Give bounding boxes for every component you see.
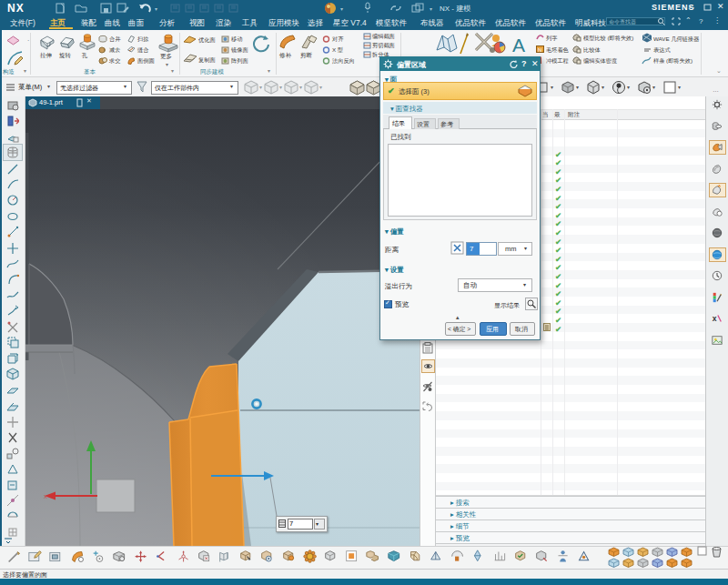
svg-text:X: X	[44, 494, 47, 499]
svg-text:N: N	[538, 47, 541, 53]
svg-text:x: x	[713, 314, 717, 323]
